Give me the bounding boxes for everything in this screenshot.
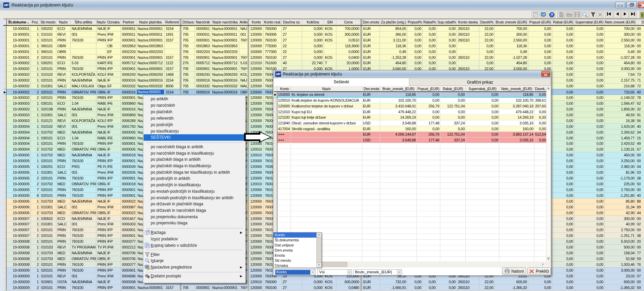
- svg-text:?: ?: [147, 230, 149, 234]
- svg-text:?: ?: [551, 13, 553, 17]
